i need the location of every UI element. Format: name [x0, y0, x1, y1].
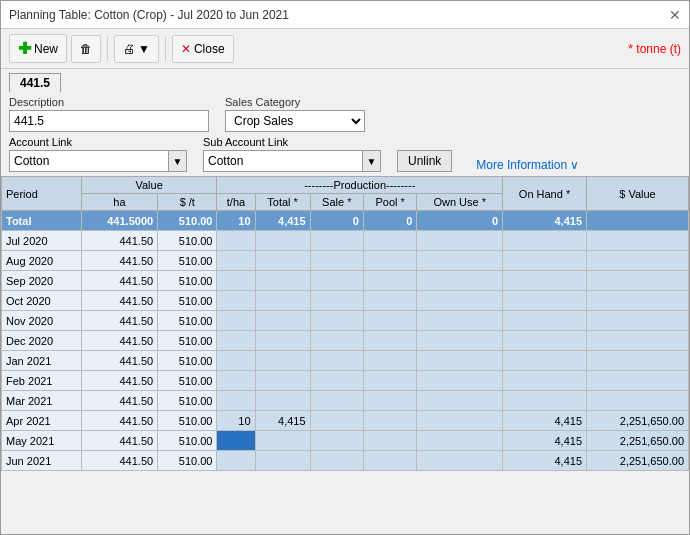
tonne-ha-cell[interactable] — [217, 351, 255, 371]
table-row[interactable]: Nov 2020441.50510.00 — [2, 311, 689, 331]
on-hand-cell[interactable] — [503, 371, 587, 391]
total-cell[interactable] — [255, 231, 310, 251]
dollar-value-cell[interactable] — [587, 391, 689, 411]
total-cell[interactable]: 4,415 — [255, 411, 310, 431]
tonne-ha-cell[interactable] — [217, 231, 255, 251]
total-cell[interactable] — [255, 251, 310, 271]
ha-cell[interactable]: 441.50 — [81, 351, 157, 371]
dollar-t-cell[interactable]: 510.00 — [158, 431, 217, 451]
table-row[interactable]: Oct 2020441.50510.00 — [2, 291, 689, 311]
dollar-value-cell[interactable]: 2,251,650.00 — [587, 431, 689, 451]
sale-cell[interactable] — [310, 451, 363, 471]
pool-cell[interactable] — [363, 271, 416, 291]
own-use-cell[interactable] — [417, 411, 503, 431]
dollar-value-cell[interactable] — [587, 291, 689, 311]
pool-cell[interactable] — [363, 251, 416, 271]
tonne-ha-cell[interactable] — [217, 251, 255, 271]
table-row[interactable]: Total441.5000510.00104,4150004,415 — [2, 211, 689, 231]
more-information-link[interactable]: More Information ∨ — [476, 158, 579, 172]
table-row[interactable]: Sep 2020441.50510.00 — [2, 271, 689, 291]
dollar-value-cell[interactable] — [587, 231, 689, 251]
dollar-value-cell[interactable]: 2,251,650.00 — [587, 451, 689, 471]
ha-cell[interactable]: 441.50 — [81, 311, 157, 331]
dollar-t-cell[interactable]: 510.00 — [158, 351, 217, 371]
tonne-ha-cell[interactable] — [217, 451, 255, 471]
pool-cell[interactable] — [363, 231, 416, 251]
table-row[interactable]: Dec 2020441.50510.00 — [2, 331, 689, 351]
own-use-cell[interactable] — [417, 351, 503, 371]
pool-cell[interactable] — [363, 431, 416, 451]
print-button[interactable]: 🖨 ▼ — [114, 35, 159, 63]
new-button[interactable]: ✚ New — [9, 34, 67, 63]
own-use-cell[interactable] — [417, 451, 503, 471]
ha-cell[interactable]: 441.50 — [81, 371, 157, 391]
ha-cell[interactable]: 441.50 — [81, 231, 157, 251]
table-row[interactable]: May 2021441.50510.004,4152,251,650.00 — [2, 431, 689, 451]
table-row[interactable]: Jun 2021441.50510.004,4152,251,650.00 — [2, 451, 689, 471]
window-close-button[interactable]: ✕ — [669, 8, 681, 22]
tonne-ha-cell[interactable]: 10 — [217, 411, 255, 431]
dollar-value-cell[interactable]: 2,251,650.00 — [587, 411, 689, 431]
table-row[interactable]: Aug 2020441.50510.00 — [2, 251, 689, 271]
pool-cell[interactable] — [363, 351, 416, 371]
total-cell[interactable] — [255, 351, 310, 371]
table-row[interactable]: Apr 2021441.50510.00104,4154,4152,251,65… — [2, 411, 689, 431]
tonne-ha-cell[interactable] — [217, 291, 255, 311]
on-hand-cell[interactable] — [503, 311, 587, 331]
sale-cell[interactable] — [310, 231, 363, 251]
tonne-ha-cell[interactable]: 10 — [217, 211, 255, 231]
sale-cell[interactable] — [310, 271, 363, 291]
own-use-cell[interactable]: 0 — [417, 211, 503, 231]
sale-cell[interactable] — [310, 411, 363, 431]
on-hand-cell[interactable] — [503, 391, 587, 411]
pool-cell[interactable] — [363, 311, 416, 331]
total-cell[interactable] — [255, 311, 310, 331]
sale-cell[interactable]: 0 — [310, 211, 363, 231]
delete-button[interactable]: 🗑 — [71, 35, 101, 63]
sale-cell[interactable] — [310, 331, 363, 351]
dollar-t-cell[interactable]: 510.00 — [158, 391, 217, 411]
pool-cell[interactable] — [363, 371, 416, 391]
pool-cell[interactable] — [363, 411, 416, 431]
account-link-input[interactable] — [9, 150, 169, 172]
sale-cell[interactable] — [310, 251, 363, 271]
unlink-button[interactable]: Unlink — [397, 150, 452, 172]
on-hand-cell[interactable] — [503, 331, 587, 351]
tonne-ha-cell[interactable] — [217, 311, 255, 331]
sale-cell[interactable] — [310, 291, 363, 311]
on-hand-cell[interactable]: 4,415 — [503, 211, 587, 231]
total-cell[interactable] — [255, 391, 310, 411]
on-hand-cell[interactable] — [503, 231, 587, 251]
table-row[interactable]: Mar 2021441.50510.00 — [2, 391, 689, 411]
dollar-t-cell[interactable]: 510.00 — [158, 231, 217, 251]
dollar-value-cell[interactable] — [587, 351, 689, 371]
tonne-ha-cell[interactable] — [217, 431, 255, 451]
own-use-cell[interactable] — [417, 251, 503, 271]
on-hand-cell[interactable] — [503, 271, 587, 291]
sub-account-link-input[interactable] — [203, 150, 363, 172]
own-use-cell[interactable] — [417, 391, 503, 411]
dollar-t-cell[interactable]: 510.00 — [158, 451, 217, 471]
own-use-cell[interactable] — [417, 371, 503, 391]
table-row[interactable]: Jan 2021441.50510.00 — [2, 351, 689, 371]
total-cell[interactable]: 4,415 — [255, 211, 310, 231]
sale-cell[interactable] — [310, 431, 363, 451]
own-use-cell[interactable] — [417, 431, 503, 451]
total-cell[interactable] — [255, 291, 310, 311]
total-cell[interactable] — [255, 431, 310, 451]
total-cell[interactable] — [255, 371, 310, 391]
ha-cell[interactable]: 441.5000 — [81, 211, 157, 231]
total-cell[interactable] — [255, 451, 310, 471]
ha-cell[interactable]: 441.50 — [81, 391, 157, 411]
ha-cell[interactable]: 441.50 — [81, 451, 157, 471]
ha-cell[interactable]: 441.50 — [81, 431, 157, 451]
dollar-t-cell[interactable]: 510.00 — [158, 331, 217, 351]
sale-cell[interactable] — [310, 371, 363, 391]
total-cell[interactable] — [255, 331, 310, 351]
pool-cell[interactable] — [363, 291, 416, 311]
pool-cell[interactable] — [363, 391, 416, 411]
pool-cell[interactable]: 0 — [363, 211, 416, 231]
tab-441[interactable]: 441.5 — [9, 73, 61, 92]
table-row[interactable]: Jul 2020441.50510.00 — [2, 231, 689, 251]
tonne-ha-cell[interactable] — [217, 371, 255, 391]
